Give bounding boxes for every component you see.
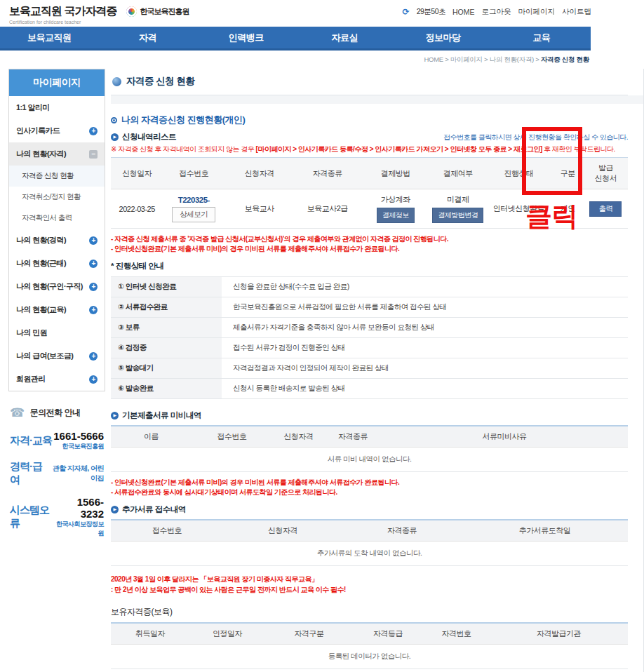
plus-icon[interactable]: +	[89, 352, 98, 361]
nav-item-qualification[interactable]: 자격	[98, 32, 196, 44]
contact-org: 한국보육진흥원	[53, 442, 104, 451]
col-qualification-grade: 자격등급	[353, 623, 423, 645]
nav-item-hr-bank[interactable]: 인력뱅크	[197, 32, 295, 44]
col-applied-qualification: 신청자격	[223, 520, 342, 542]
contact-info: ☎ 문의전화 안내 자격·교육 1661-5666 한국보육진흥원 경력·급여 …	[8, 405, 105, 538]
nav-item-info[interactable]: 정보마당	[394, 32, 492, 44]
arrow-bullet-icon: ▶	[111, 506, 119, 513]
sidebar-item-my-civil-affairs[interactable]: 나의 민원	[9, 321, 105, 344]
col-qualification-number: 자격번호	[423, 623, 490, 645]
payment-change-button[interactable]: 결제방법변경	[432, 208, 483, 223]
detail-view-button[interactable]: 상세보기	[172, 207, 215, 222]
status-row: ② 서류접수완료 한국보육진흥원으로 서류검정에 필요한 서류를 제출하여 접수…	[111, 297, 628, 318]
status-row: ⑥ 발송완료 신청시 등록한 배송지로 발송된 상태	[111, 379, 628, 399]
col-name: 이름	[111, 426, 192, 448]
contact-phone: 1661-5666	[53, 430, 104, 442]
plus-icon[interactable]: +	[89, 283, 98, 291]
plus-icon[interactable]: +	[89, 236, 98, 245]
sidebar: 마이페이지 1:1 알리미 인사기록카드 + 나의 현황(자격) − 자격증 신…	[8, 69, 105, 547]
sidebar-item-my-pay[interactable]: 나의 급여(보조금) +	[9, 344, 105, 368]
empty-message: 등록된 데이터가 없습니다.	[111, 645, 628, 669]
top-header: 보육교직원 국가자격증 Certification for childcare …	[0, 0, 644, 27]
session-refresh-icon[interactable]: ⟳	[403, 7, 410, 17]
owned-certs-table: 취득일자 인정일자 자격구분 자격등급 자격번호 자격발급기관 등록된 데이터가…	[111, 622, 628, 669]
sidebar-item-my-status-education[interactable]: 나의 현황(교육) +	[9, 298, 105, 321]
section-title-owned-certs: 보유자격증(보육)	[111, 606, 628, 618]
page: 보육교직원 국가자격증 Certification for childcare …	[0, 0, 644, 672]
ring-bullet-icon	[111, 117, 117, 123]
title-divider	[111, 95, 643, 104]
sidebar-submenu: 자격증 신청 현황 자격취소/정지 현황 자격확인서 출력	[9, 166, 105, 229]
breadcrumb-current: 자격증 신청 현황	[541, 55, 589, 63]
plus-icon[interactable]: +	[89, 375, 98, 384]
util-logout-link[interactable]: 로그아웃	[482, 7, 511, 17]
section-title-application-list: ▶ 신청내역리스트	[111, 132, 176, 142]
util-sitemap-link[interactable]: 사이트맵	[562, 7, 591, 17]
page-title: 자격증 신청 현황	[111, 69, 628, 95]
col-payment-method: 결제방법	[361, 158, 430, 189]
sidebar-subitem-cert-application-status[interactable]: 자격증 신청 현황	[9, 166, 105, 187]
arrow-bullet-icon: ▶	[111, 412, 119, 419]
col-qualification-type: 자격종류	[342, 520, 462, 542]
col-acquired-date: 취득일자	[111, 623, 189, 645]
contact-org: 관할 지자체, 어린이집	[47, 464, 104, 483]
sidebar-subitem-cert-confirmation-print[interactable]: 자격확인서 출력	[9, 208, 105, 229]
util-mypage-link[interactable]: 마이페이지	[518, 7, 556, 17]
highlight-box-annotation	[522, 127, 582, 195]
plus-icon[interactable]: +	[89, 306, 98, 314]
status-row: ③ 보류 제출서류가 자격기준을 충족하지 않아 서류 보완등이 요청된 상태	[111, 318, 628, 338]
print-button[interactable]: 출력	[589, 201, 622, 217]
sidebar-item-alerts[interactable]: 1:1 알리미	[9, 96, 105, 119]
col-issuing-agency: 자격발급기관	[490, 623, 628, 645]
receipt-number-link[interactable]: T220325-	[163, 196, 224, 204]
title-bullet-icon	[112, 77, 121, 86]
col-qualification-category: 자격구분	[265, 623, 353, 645]
payment-info-button[interactable]: 결제정보	[377, 208, 415, 223]
sidebar-item-hr-card[interactable]: 인사기록카드 +	[9, 119, 105, 142]
sidebar-item-my-status-qualification[interactable]: 나의 현황(자격) −	[9, 142, 105, 166]
col-qualification-type: 자격종류	[325, 426, 381, 448]
col-applied-qualification: 신청자격	[272, 426, 325, 448]
status-row: ⑤ 발송대기 자격검정결과 자격이 인정되어 제작이 완료된 상태	[111, 358, 628, 379]
minus-icon[interactable]: −	[89, 150, 98, 159]
empty-row: 등록된 데이터가 없습니다.	[111, 645, 628, 669]
contact-phone: 1566-3232	[55, 496, 104, 520]
empty-message: 서류 미비 내역이 없습니다.	[111, 448, 628, 472]
nav-item-childcare-staff[interactable]: 보육교직원	[0, 32, 98, 44]
contact-row-system-error: 시스템오류 1566-3232 한국사회보장정보원	[10, 496, 104, 538]
col-apply-date: 신청일자	[111, 158, 163, 189]
site-logo-title[interactable]: 보육교직원 국가자격증	[9, 4, 116, 19]
contact-row-career: 경력·급여 관할 지자체, 어린이집	[10, 460, 104, 487]
kcpi-logo-icon	[126, 6, 137, 17]
click-label-annotation: 클릭	[525, 199, 577, 234]
status-guide-title: * 진행상태 안내	[111, 261, 628, 271]
missing-docs-notes: - 인터넷신청완료(기본 제출서류 미비)의 경우 미비된 서류를 제출해주셔야…	[111, 478, 628, 497]
phone-icon: ☎	[10, 405, 25, 420]
nav-item-resources[interactable]: 자료실	[295, 32, 394, 44]
col-payment-status: 결제여부	[430, 158, 485, 189]
apply-date-cell: 2022-03-25	[111, 189, 163, 229]
org-logo: 한국보육진흥원	[126, 6, 189, 17]
sidebar-item-member-management[interactable]: 회원관리 +	[9, 368, 105, 391]
col-receipt-no: 접수번호	[111, 520, 223, 542]
status-guide-table: ① 인터넷 신청완료 신청을 완료한 상태(수수료 입금 완료) ② 서류접수완…	[111, 276, 628, 399]
status-row: ④ 검정중 접수된 서류가 검정이 진행중인 상태	[111, 338, 628, 358]
missing-docs-table: 이름 접수번호 신청자격 자격종류 서류미비사유 서류 미비 내역이 없습니다.	[111, 425, 628, 472]
util-home-link[interactable]: HOME	[452, 8, 475, 16]
receipt-cell: T220325- 상세보기	[163, 189, 224, 229]
org-name: 한국보육진흥원	[140, 6, 189, 17]
sidebar-subitem-cert-cancel-status[interactable]: 자격취소/정지 현황	[9, 187, 105, 208]
sidebar-item-my-status-attendance[interactable]: 나의 현황(근태) +	[9, 252, 105, 275]
sidebar-item-my-status-career[interactable]: 나의 현황(경력) +	[9, 229, 105, 252]
main-nav: 보육교직원 자격 인력뱅크 자료실 정보마당 교육	[0, 27, 591, 51]
contact-org: 한국사회보장정보원	[55, 520, 104, 538]
col-applied-qualification: 신청자격	[224, 158, 294, 189]
nav-item-education[interactable]: 교육	[492, 32, 591, 44]
plus-icon[interactable]: +	[89, 260, 98, 268]
plus-icon[interactable]: +	[89, 127, 98, 135]
breadcrumb-trail[interactable]: HOME > 마이페이지 > 나의 현황(자격) >	[424, 55, 541, 63]
sidebar-item-my-status-jobs[interactable]: 나의 현황(구인·구직) +	[9, 275, 105, 298]
qualification-cell: 보육교사	[224, 189, 294, 229]
section-title-progress: 나의 자격증신청 진행현황(개인)	[111, 114, 628, 126]
empty-row: 추가서류의 도착 내역이 없습니다.	[111, 542, 628, 566]
